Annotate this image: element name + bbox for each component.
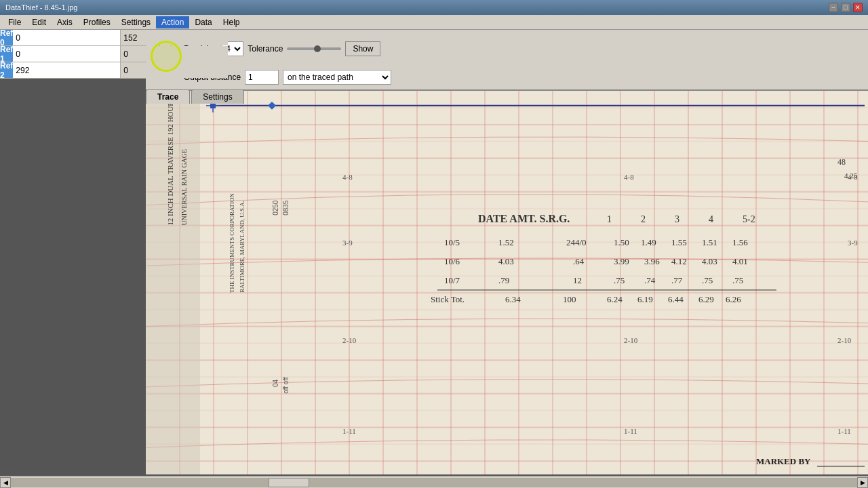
svg-text:0835: 0835 xyxy=(282,200,290,216)
svg-text:2-10: 2-10 xyxy=(624,336,638,344)
svg-text:10/5: 10/5 xyxy=(444,237,460,247)
svg-text:4.01: 4.01 xyxy=(732,256,748,266)
svg-text:.77: .77 xyxy=(671,275,683,285)
svg-text:4.03: 4.03 xyxy=(702,256,717,266)
svg-text:UNIVERSAL RAIN GAGE: UNIVERSAL RAIN GAGE xyxy=(180,149,188,226)
svg-text:1.55: 1.55 xyxy=(671,237,687,247)
menu-data[interactable]: Data xyxy=(189,16,217,28)
svg-text:1-11: 1-11 xyxy=(837,427,851,435)
chart-area: 12 INCH DUAL TRAVERSE 192 HOURS UNIVERSA… xyxy=(146,91,868,474)
ref-row-2: Ref 2 xyxy=(0,62,145,79)
svg-text:4-8: 4-8 xyxy=(624,173,634,181)
svg-text:4: 4 xyxy=(709,214,713,224)
svg-text:48: 48 xyxy=(837,157,846,167)
svg-text:5-2: 5-2 xyxy=(743,214,755,224)
toolbar-row2: Output distance on the traced path evenl… xyxy=(151,70,863,85)
svg-text:0250: 0250 xyxy=(272,200,279,216)
svg-text:3-9: 3-9 xyxy=(342,239,353,247)
show-button[interactable]: Show xyxy=(345,41,380,56)
ref2-label[interactable]: Ref 2 xyxy=(0,62,13,78)
svg-text:3-9: 3-9 xyxy=(848,239,858,247)
ref1-value1[interactable] xyxy=(13,46,121,62)
close-button[interactable]: ✕ xyxy=(853,3,863,12)
svg-text:1-11: 1-11 xyxy=(624,427,637,435)
svg-text:2-10: 2-10 xyxy=(837,336,852,344)
tolerance-track xyxy=(287,47,341,50)
minimize-button[interactable]: – xyxy=(829,3,838,12)
svg-text:6.24: 6.24 xyxy=(607,294,623,304)
titlebar: DataThief - 8.45-1.jpg – □ ✕ xyxy=(0,0,868,15)
ref1-value2[interactable] xyxy=(121,46,228,62)
svg-text:1.56: 1.56 xyxy=(732,237,748,247)
toolbar-row1: ▲ ▼ Precision 4 Tolerance Show xyxy=(151,35,863,63)
tab-trace[interactable]: Trace xyxy=(146,89,190,104)
tab-settings[interactable]: Settings xyxy=(191,89,243,104)
svg-text:MARKED BY: MARKED BY xyxy=(756,456,811,466)
scroll-right-button[interactable]: ▶ xyxy=(857,477,868,488)
menu-profiles[interactable]: Profiles xyxy=(78,16,116,28)
svg-text:3.99: 3.99 xyxy=(614,256,629,266)
maximize-button[interactable]: □ xyxy=(841,3,850,12)
svg-text:10/7: 10/7 xyxy=(444,275,460,285)
main-toolbar: ▲ ▼ Precision 4 Tolerance Show Output di… xyxy=(146,30,868,91)
tolerance-slider-area xyxy=(287,47,341,50)
scroll-thumb[interactable] xyxy=(269,478,309,487)
scroll-left-button[interactable]: ◀ xyxy=(0,477,11,488)
ref-row-0: Ref 0 xyxy=(0,30,145,46)
titlebar-title: DataThief - 8.45-1.jpg xyxy=(5,3,77,12)
svg-text:DATE AMT. S.R.G.: DATE AMT. S.R.G. xyxy=(478,213,570,224)
menu-settings[interactable]: Settings xyxy=(116,16,156,28)
svg-text:04: 04 xyxy=(272,379,279,386)
svg-text:BALTIMORE, MARYLAND, U.S.A.: BALTIMORE, MARYLAND, U.S.A. xyxy=(239,201,245,293)
svg-text:4.12: 4.12 xyxy=(671,256,687,266)
svg-text:4.03: 4.03 xyxy=(498,256,514,266)
ref0-label[interactable]: Ref 0 xyxy=(0,30,13,45)
svg-text:1-11: 1-11 xyxy=(342,427,356,435)
svg-text:THE INSTRUMENTS CORPORATION: THE INSTRUMENTS CORPORATION xyxy=(229,193,235,293)
window-controls: – □ ✕ xyxy=(829,3,863,12)
svg-text:.75: .75 xyxy=(614,275,625,285)
scroll-track[interactable] xyxy=(11,478,857,487)
svg-text:1.50: 1.50 xyxy=(614,237,629,247)
scrollbar: ◀ ▶ xyxy=(0,476,868,488)
svg-text:2: 2 xyxy=(641,214,646,224)
menu-file[interactable]: File xyxy=(3,16,26,28)
svg-text:3: 3 xyxy=(675,214,679,224)
svg-text:6.19: 6.19 xyxy=(637,294,653,304)
svg-text:.74: .74 xyxy=(644,275,656,285)
svg-text:6.44: 6.44 xyxy=(668,294,684,304)
ref2-value1[interactable] xyxy=(13,62,121,78)
svg-text:6.26: 6.26 xyxy=(726,294,741,304)
menu-action[interactable]: Action xyxy=(156,16,189,28)
svg-text:1.49: 1.49 xyxy=(641,237,656,247)
tolerance-thumb[interactable] xyxy=(314,45,321,52)
svg-text:4-8: 4-8 xyxy=(342,173,353,181)
ref2-value2[interactable] xyxy=(121,62,228,78)
svg-text:6.34: 6.34 xyxy=(505,294,521,304)
menubar: File Edit Axis Profiles Settings Action … xyxy=(0,15,868,30)
tolerance-label: Tolerance xyxy=(248,44,283,54)
path-select[interactable]: on the traced path evenly spaced xyxy=(283,70,391,85)
svg-text:.75: .75 xyxy=(702,275,713,285)
svg-text:.75: .75 xyxy=(732,275,743,285)
svg-text:Stick Tot.: Stick Tot. xyxy=(431,294,465,304)
svg-text:6.29: 6.29 xyxy=(698,294,714,304)
ref0-value1[interactable] xyxy=(13,30,121,45)
svg-text:off off: off off xyxy=(282,377,290,394)
output-distance-input[interactable] xyxy=(245,70,279,85)
svg-text:10/6: 10/6 xyxy=(444,256,460,266)
svg-text:244/0: 244/0 xyxy=(566,237,587,247)
svg-text:1.52: 1.52 xyxy=(498,237,514,247)
menu-edit[interactable]: Edit xyxy=(26,16,52,28)
menu-help[interactable]: Help xyxy=(218,16,245,28)
svg-text:1.51: 1.51 xyxy=(702,237,717,247)
svg-text:12 INCH DUAL TRAVERSE 192 HOUR: 12 INCH DUAL TRAVERSE 192 HOURS xyxy=(166,97,174,225)
menu-axis[interactable]: Axis xyxy=(52,16,78,28)
chart-svg: 12 INCH DUAL TRAVERSE 192 HOURS UNIVERSA… xyxy=(146,91,868,474)
svg-text:.79: .79 xyxy=(498,275,509,285)
svg-text:2-10: 2-10 xyxy=(342,336,357,344)
ref1-label[interactable]: Ref 1 xyxy=(0,46,13,62)
tabbar: Trace Settings xyxy=(146,89,245,104)
ref0-value2[interactable] xyxy=(121,30,228,45)
ref-panel: Ref 0 Ref 1 Ref 2 xyxy=(0,30,146,79)
